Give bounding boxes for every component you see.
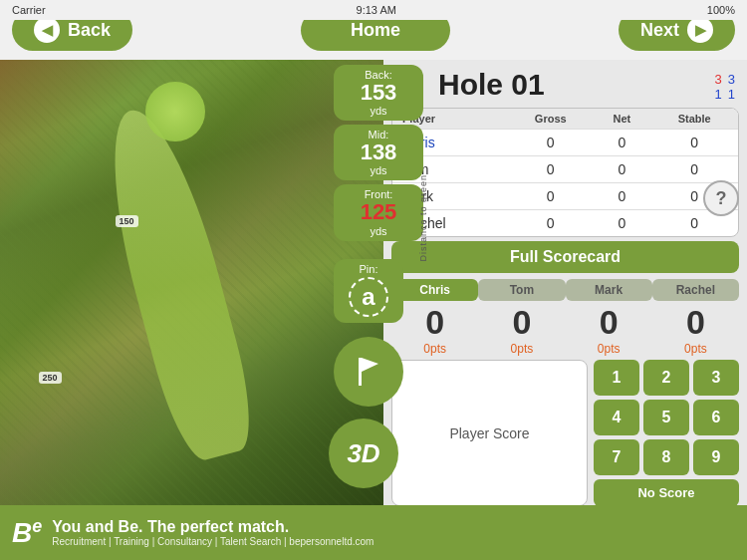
table-row: Rachel 0 0 0 bbox=[392, 210, 738, 237]
player-tab-chris[interactable]: Chris bbox=[391, 279, 478, 301]
net-score-0: 0 bbox=[593, 130, 650, 156]
gross-score-1: 0 bbox=[508, 156, 593, 183]
player-tab-mark[interactable]: Mark bbox=[566, 279, 652, 301]
num-9-button[interactable]: 9 bbox=[693, 439, 739, 475]
no-score-button[interactable]: No Score bbox=[594, 479, 739, 506]
stable-score-0: 0 bbox=[650, 130, 738, 156]
player-tab-tom[interactable]: Tom bbox=[478, 279, 565, 301]
next-arrow-icon: ▶ bbox=[687, 17, 713, 43]
numpad: 1 2 3 4 5 6 7 8 9 No Score bbox=[594, 360, 739, 506]
score-chris-value: 0 bbox=[391, 303, 478, 342]
score-mark-value: 0 bbox=[566, 303, 652, 342]
net-score-1: 0 bbox=[593, 156, 650, 183]
flag-icon bbox=[351, 354, 386, 390]
gross-score-2: 0 bbox=[508, 183, 593, 210]
carrier-label: Carrier bbox=[12, 4, 46, 16]
num-4-button[interactable]: 4 bbox=[594, 400, 639, 435]
score-tom-value: 0 bbox=[478, 303, 565, 342]
map-image: 150 250 bbox=[0, 60, 383, 505]
front-unit: yds bbox=[342, 225, 415, 237]
back-value: 153 bbox=[342, 81, 415, 105]
player-score-label: Player Score bbox=[449, 425, 529, 441]
pin-label: Pin: bbox=[338, 263, 399, 275]
next-label: Next bbox=[640, 20, 679, 41]
be-script: e bbox=[32, 516, 42, 536]
front-distance-bubble: Front: 125 yds bbox=[334, 184, 423, 240]
bottom-bar: Be You and Be. The perfect match. Recrui… bbox=[0, 505, 747, 560]
net-score-2: 0 bbox=[593, 183, 650, 210]
par-red: 3 bbox=[715, 72, 722, 87]
si-red: 1 bbox=[715, 87, 722, 102]
net-score-3: 0 bbox=[593, 210, 650, 237]
score-chris: 0 0pts bbox=[391, 303, 478, 356]
back-unit: yds bbox=[342, 105, 415, 117]
home-label: Home bbox=[351, 20, 400, 40]
table-row: Mark 0 0 0 bbox=[392, 183, 738, 210]
no-score-label: No Score bbox=[637, 485, 694, 500]
score-display-row: 0 0pts 0 0pts 0 0pts 0 0pts bbox=[391, 303, 739, 356]
pin-bubble: Pin: a bbox=[334, 259, 403, 323]
distance-marker-150: 150 bbox=[116, 215, 138, 227]
num-7-button[interactable]: 7 bbox=[594, 439, 639, 475]
par-info: 3 3 1 1 bbox=[715, 72, 735, 102]
col-stable: Stable bbox=[650, 109, 738, 130]
table-row: Tom 0 0 0 bbox=[392, 156, 738, 183]
course-map[interactable]: 150 250 bbox=[0, 60, 383, 505]
si-blue: 1 bbox=[728, 87, 735, 102]
battery-label: 100% bbox=[707, 4, 735, 16]
distance-column: Back: 153 yds Mid: 138 yds Front: 125 yd… bbox=[334, 60, 423, 241]
hole-title: Hole 01 bbox=[438, 68, 545, 102]
num-8-button[interactable]: 8 bbox=[643, 439, 689, 475]
score-mark-pts: 0pts bbox=[566, 342, 652, 356]
distance-to-green-label: Distance to green bbox=[418, 174, 428, 262]
full-scorecard-button[interactable]: Full Scorecard bbox=[391, 241, 739, 273]
player-score-box: Player Score bbox=[391, 360, 588, 506]
num-5-button[interactable]: 5 bbox=[643, 400, 689, 435]
player-tab-rachel[interactable]: Rachel bbox=[652, 279, 739, 301]
score-table: Player Gross Net Stable Chris 0 0 0 Tom … bbox=[391, 108, 739, 237]
right-panel: Back: 153 yds Mid: 138 yds Front: 125 yd… bbox=[383, 60, 747, 505]
time-label: 9:13 AM bbox=[357, 4, 396, 16]
mid-distance-bubble: Mid: 138 yds bbox=[334, 125, 423, 180]
score-mark: 0 0pts bbox=[566, 303, 652, 356]
table-row: Chris 0 0 0 bbox=[392, 130, 738, 156]
bottom-text: You and Be. The perfect match. Recruitme… bbox=[52, 518, 374, 547]
gross-score-0: 0 bbox=[508, 130, 593, 156]
score-chris-pts: 0pts bbox=[391, 342, 478, 356]
score-tom: 0 0pts bbox=[478, 303, 565, 356]
num-1-button[interactable]: 1 bbox=[594, 360, 639, 396]
main-content: 150 250 Back: 153 yds Mid: 138 yds Front… bbox=[0, 60, 747, 505]
num-2-button[interactable]: 2 bbox=[643, 360, 689, 396]
subline: Recruitment | Training | Consultancy | T… bbox=[52, 536, 374, 547]
mid-value: 138 bbox=[342, 140, 415, 164]
back-arrow-icon: ◀ bbox=[34, 17, 60, 43]
be-logo: Be bbox=[12, 517, 42, 547]
tagline: You and Be. The perfect match. bbox=[52, 518, 374, 536]
player-tabs: Chris Tom Mark Rachel bbox=[391, 279, 739, 301]
mid-unit: yds bbox=[342, 164, 415, 176]
num-3-button[interactable]: 3 bbox=[693, 360, 739, 396]
back-distance-bubble: Back: 153 yds bbox=[334, 65, 423, 121]
flag-button[interactable] bbox=[334, 337, 403, 407]
col-gross: Gross bbox=[508, 109, 593, 130]
hole-header: Hole 01 3 3 1 1 bbox=[383, 60, 747, 106]
stable-score-1: 0 bbox=[650, 156, 738, 183]
score-rachel-pts: 0pts bbox=[652, 342, 739, 356]
gross-score-3: 0 bbox=[508, 210, 593, 237]
fairway bbox=[90, 100, 263, 465]
full-scorecard-label: Full Scorecard bbox=[510, 248, 621, 265]
pin-value: a bbox=[349, 277, 388, 317]
help-button[interactable]: ? bbox=[703, 180, 739, 216]
front-value: 125 bbox=[342, 200, 415, 224]
help-icon: ? bbox=[716, 188, 727, 209]
score-rachel: 0 0pts bbox=[652, 303, 739, 356]
score-tom-pts: 0pts bbox=[478, 342, 565, 356]
num-6-button[interactable]: 6 bbox=[693, 400, 739, 435]
3d-label: 3D bbox=[347, 438, 379, 469]
status-bar: Carrier 9:13 AM 100% bbox=[0, 0, 747, 20]
svg-rect-0 bbox=[359, 358, 362, 386]
back-label: Back bbox=[68, 20, 111, 41]
green bbox=[145, 82, 205, 141]
distance-marker-250: 250 bbox=[39, 372, 62, 384]
3d-button[interactable]: 3D bbox=[329, 419, 398, 488]
